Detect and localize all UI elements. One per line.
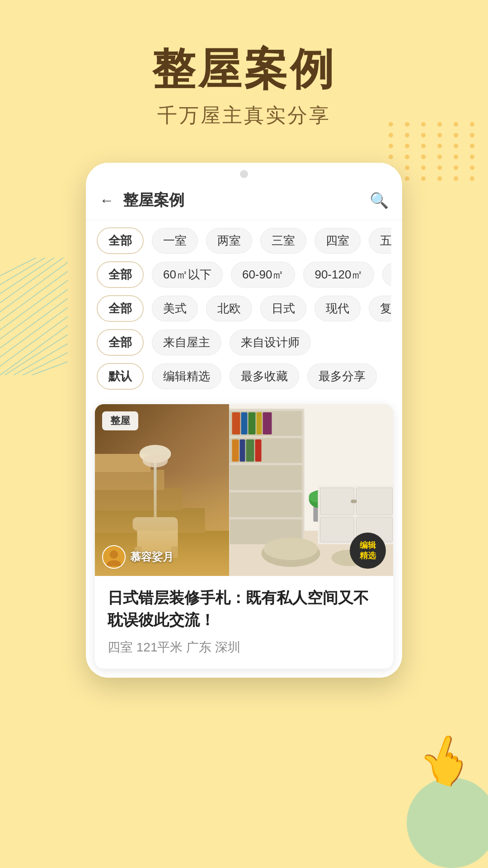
filter-nordic[interactable]: 北欧 — [206, 296, 252, 321]
back-button[interactable]: ← — [99, 192, 114, 209]
svg-rect-38 — [249, 412, 256, 434]
svg-line-11 — [0, 326, 68, 375]
filter-four-room[interactable]: 四室 — [314, 228, 361, 254]
svg-rect-51 — [320, 517, 354, 542]
filter-sort-favorites[interactable]: 最多收藏 — [230, 363, 299, 389]
filter-from-owner[interactable]: 来自屋主 — [152, 330, 221, 355]
card-image: 整屋 编辑 精选 慕容娑月 — [95, 404, 393, 576]
filter-five-room[interactable]: 五室 — [369, 228, 391, 254]
user-avatar — [102, 545, 126, 569]
card-meta: 四室 121平米 广东 深圳 — [108, 639, 380, 656]
filter-all-style[interactable]: 全部 — [97, 295, 144, 322]
content-card[interactable]: 整屋 编辑 精选 慕容娑月 — [95, 404, 393, 669]
page-title: 整屋案例 — [123, 190, 370, 211]
filter-sort-default[interactable]: 默认 — [97, 363, 144, 390]
svg-rect-43 — [246, 439, 254, 462]
filter-size-60-90[interactable]: 60-90㎡ — [231, 262, 296, 288]
filter-row-size: 全部 60㎡以下 60-90㎡ 90-120㎡ 120-1 — [97, 261, 391, 288]
filter-all-rooms[interactable]: 全部 — [97, 227, 144, 254]
svg-point-56 — [264, 538, 318, 560]
svg-line-3 — [0, 258, 63, 303]
user-avatar-row: 慕容娑月 — [102, 545, 174, 569]
filter-retro[interactable]: 复古 — [369, 296, 391, 321]
filter-size-120plus[interactable]: 120-1 — [382, 263, 391, 287]
filter-sort-shares[interactable]: 最多分享 — [307, 363, 377, 389]
filter-sort-editor[interactable]: 编辑精选 — [152, 363, 221, 389]
svg-rect-44 — [255, 439, 262, 462]
filter-japanese[interactable]: 日式 — [260, 296, 306, 321]
green-circle-decoration — [407, 778, 488, 868]
filter-row-source: 全部 来自屋主 来自设计师 — [97, 329, 391, 356]
svg-rect-42 — [240, 439, 245, 462]
filter-size-90-120[interactable]: 90-120㎡ — [303, 262, 374, 288]
filter-section: 全部 一室 两室 三室 四室 五室 全部 60㎡以下 60-90㎡ 90-120… — [86, 220, 402, 404]
editor-badge-line2: 精选 — [360, 551, 376, 561]
filter-american[interactable]: 美式 — [152, 296, 198, 321]
search-icon[interactable]: 🔍 — [370, 191, 389, 209]
svg-line-7 — [0, 289, 68, 339]
svg-rect-36 — [232, 412, 240, 434]
filter-three-room[interactable]: 三室 — [260, 228, 306, 254]
editor-badge-line1: 编辑 — [360, 540, 376, 551]
svg-point-59 — [110, 550, 118, 558]
hero-subtitle: 千万屋主真实分享 — [0, 102, 488, 129]
svg-point-54 — [353, 500, 357, 503]
stripe-decoration — [0, 258, 68, 377]
whole-house-badge: 整屋 — [102, 411, 138, 430]
svg-rect-50 — [357, 488, 393, 515]
phone-camera — [240, 170, 248, 178]
svg-rect-37 — [241, 412, 248, 434]
filter-all-source[interactable]: 全部 — [97, 329, 144, 356]
svg-rect-17 — [95, 508, 205, 533]
svg-rect-18 — [95, 488, 183, 510]
svg-line-2 — [0, 258, 54, 294]
svg-rect-41 — [232, 439, 239, 462]
svg-rect-19 — [95, 470, 164, 490]
hero-section: 整屋案例 千万屋主真实分享 — [0, 0, 488, 147]
svg-rect-40 — [263, 412, 272, 434]
filter-size-60below[interactable]: 60㎡以下 — [152, 262, 223, 288]
filter-row-sort: 默认 编辑精选 最多收藏 最多分享 — [97, 363, 391, 390]
filter-from-designer[interactable]: 来自设计师 — [230, 330, 311, 355]
filter-row-style: 全部 美式 北欧 日式 现代 复古 — [97, 295, 391, 322]
svg-line-6 — [0, 280, 68, 330]
svg-point-23 — [143, 454, 168, 467]
user-name: 慕容娑月 — [130, 550, 174, 564]
nav-bar: ← 整屋案例 🔍 — [86, 181, 402, 220]
filter-modern[interactable]: 现代 — [314, 296, 361, 321]
svg-line-1 — [0, 258, 45, 285]
svg-rect-49 — [320, 488, 354, 515]
phone-top-bar — [86, 163, 402, 181]
editor-pick-badge: 编辑 精选 — [350, 533, 386, 569]
filter-two-room[interactable]: 两室 — [206, 228, 252, 254]
svg-rect-33 — [230, 465, 302, 490]
svg-rect-39 — [257, 412, 262, 434]
phone-frame: ← 整屋案例 🔍 全部 一室 两室 三室 四室 五室 全部 60㎡以下 60-9… — [86, 163, 402, 678]
filter-row-rooms: 全部 一室 两室 三室 四室 五室 — [97, 227, 391, 254]
filter-all-size[interactable]: 全部 — [97, 261, 144, 288]
svg-rect-34 — [230, 492, 302, 517]
hero-title: 整屋案例 — [0, 45, 488, 93]
filter-one-room[interactable]: 一室 — [152, 228, 198, 254]
card-title: 日式错层装修手札：既有私人空间又不耽误彼此交流！ — [108, 587, 380, 632]
card-content-area: 日式错层装修手札：既有私人空间又不耽误彼此交流！ 四室 121平米 广东 深圳 — [95, 576, 393, 669]
svg-rect-25 — [133, 517, 178, 531]
svg-line-12 — [5, 335, 68, 375]
